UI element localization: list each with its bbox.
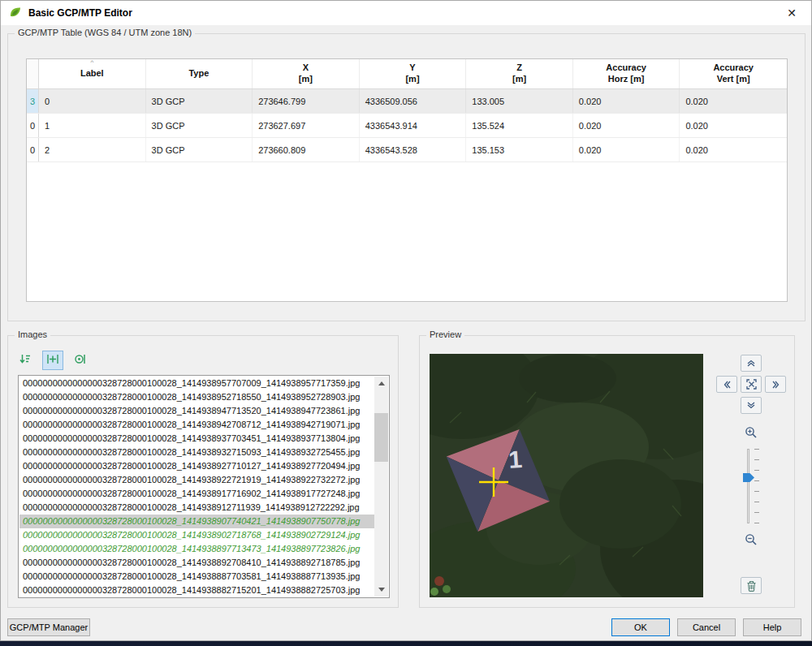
- image-list-scrollbar[interactable]: [374, 377, 388, 596]
- cell-y[interactable]: 4336543.914: [360, 114, 467, 137]
- camera-target-icon: [74, 353, 87, 368]
- delete-mark-button[interactable]: [741, 577, 762, 594]
- table-empty-area: [27, 162, 787, 301]
- image-list-item[interactable]: 0000000000000000328728000100028_14149389…: [19, 446, 374, 459]
- image-list[interactable]: 0000000000000000328728000100028_14149389…: [18, 375, 390, 598]
- image-list-item[interactable]: 0000000000000000328728000100028_14149389…: [19, 404, 374, 418]
- fit-view-button[interactable]: [741, 376, 762, 393]
- column-subtitle: [m]: [405, 74, 419, 85]
- zoom-in-icon[interactable]: [743, 424, 759, 441]
- cell-accuracy-vert[interactable]: 0.020: [680, 114, 787, 137]
- image-list-item[interactable]: 0000000000000000328728000100028_14149388…: [19, 556, 374, 570]
- pan-up-button[interactable]: [741, 355, 762, 372]
- column-title: Accuracy: [606, 62, 646, 74]
- sort-images-button[interactable]: [15, 351, 36, 370]
- chevron-right-icon: [772, 380, 780, 390]
- cell-x[interactable]: 273627.697: [253, 114, 360, 137]
- zoom-slider[interactable]: [740, 447, 762, 525]
- cell-accuracy-horz[interactable]: 0.020: [573, 138, 680, 162]
- column-title: Label: [80, 68, 104, 80]
- table-row[interactable]: 0 2 3D GCP 273660.809 4336543.528 135.15…: [27, 138, 787, 162]
- cell-x[interactable]: 273660.809: [253, 138, 360, 162]
- show-marked-images-button[interactable]: [42, 351, 63, 370]
- chevron-up-icon: [746, 360, 756, 367]
- scrollbar-track[interactable]: [374, 390, 388, 583]
- table-row[interactable]: 0 1 3D GCP 273627.697 4336543.914 135.52…: [27, 114, 787, 138]
- table-corner-cell: [27, 59, 39, 88]
- chevron-down-icon: [746, 402, 756, 409]
- scrollbar-thumb[interactable]: [374, 413, 388, 462]
- cell-accuracy-horz[interactable]: 0.020: [573, 89, 680, 113]
- cell-z[interactable]: 135.153: [466, 138, 573, 162]
- image-list-item[interactable]: 0000000000000000328728000100028_14149389…: [19, 528, 374, 542]
- scroll-down-button[interactable]: [374, 583, 388, 596]
- cell-accuracy-horz[interactable]: 0.020: [573, 114, 680, 137]
- triangle-down-icon: [378, 588, 385, 592]
- image-list-item[interactable]: 0000000000000000328728000100028_14149389…: [19, 473, 374, 487]
- image-list-item[interactable]: 0000000000000000328728000100028_14149389…: [19, 515, 374, 528]
- column-header-x[interactable]: X [m]: [253, 59, 360, 88]
- cell-x[interactable]: 273646.799: [253, 89, 360, 113]
- gcp-mtp-manager-button[interactable]: GCP/MTP Manager: [7, 618, 90, 636]
- cell-z[interactable]: 135.524: [466, 114, 573, 137]
- help-button[interactable]: Help: [743, 618, 801, 636]
- zoom-out-icon[interactable]: [743, 532, 759, 548]
- window-title: Basic GCP/MTP Editor: [28, 7, 132, 19]
- cell-type[interactable]: 3D GCP: [146, 114, 253, 137]
- gcp-table-group: GCP/MTP Table (WGS 84 / UTM zone 18N) ^ …: [7, 33, 806, 321]
- cell-accuracy-vert[interactable]: 0.020: [680, 138, 787, 162]
- titlebar[interactable]: Basic GCP/MTP Editor ✕: [1, 1, 811, 25]
- column-header-label[interactable]: ^ Label: [39, 59, 146, 88]
- cell-y[interactable]: 4336509.056: [360, 89, 467, 113]
- cell-label[interactable]: 0: [39, 89, 146, 113]
- column-header-type[interactable]: Type: [146, 59, 253, 88]
- image-list-item[interactable]: 0000000000000000328728000100028_14149388…: [19, 542, 374, 556]
- image-list-item[interactable]: 0000000000000000328728000100028_14149389…: [19, 377, 374, 390]
- expand-arrows-icon: [746, 379, 757, 390]
- image-list-item[interactable]: 0000000000000000328728000100028_14149389…: [19, 390, 374, 404]
- preview-group-title: Preview: [426, 329, 464, 339]
- column-header-z[interactable]: Z [m]: [466, 59, 573, 88]
- column-header-accuracy-horz[interactable]: Accuracy Horz [m]: [573, 59, 680, 88]
- pan-down-button[interactable]: [741, 397, 762, 414]
- close-button[interactable]: ✕: [780, 2, 803, 24]
- image-list-item[interactable]: 0000000000000000328728000100028_14149389…: [19, 459, 374, 473]
- pan-right-button[interactable]: [765, 376, 786, 393]
- images-group: Images: [7, 335, 399, 608]
- preview-image[interactable]: 1: [430, 354, 703, 597]
- close-icon: ✕: [787, 6, 797, 19]
- column-header-y[interactable]: Y [m]: [360, 59, 467, 88]
- image-list-items: 0000000000000000328728000100028_14149389…: [19, 377, 374, 597]
- row-header: 0: [27, 138, 39, 162]
- cell-type[interactable]: 3D GCP: [146, 138, 253, 162]
- ok-button[interactable]: OK: [611, 618, 670, 636]
- cell-accuracy-vert[interactable]: 0.020: [680, 89, 787, 113]
- pan-controls: [716, 354, 787, 415]
- cell-label[interactable]: 1: [39, 114, 146, 137]
- row-header: 3: [27, 89, 39, 113]
- column-subtitle: [m]: [299, 74, 313, 85]
- image-list-item[interactable]: 0000000000000000328728000100028_14149389…: [19, 487, 374, 501]
- image-list-item[interactable]: 0000000000000000328728000100028_14149389…: [19, 418, 374, 432]
- cell-type[interactable]: 3D GCP: [146, 89, 253, 113]
- preview-controls: [710, 354, 792, 597]
- column-title: Z: [516, 62, 522, 74]
- column-header-accuracy-vert[interactable]: Accuracy Vert [m]: [680, 59, 787, 88]
- image-list-item[interactable]: 0000000000000000328728000100028_14149389…: [19, 501, 374, 515]
- marker-number: 1: [508, 446, 523, 473]
- image-list-item[interactable]: 0000000000000000328728000100028_14149389…: [19, 432, 374, 446]
- zoom-slider-handle[interactable]: [743, 473, 754, 482]
- zoom-slider-track: [747, 449, 749, 523]
- cell-z[interactable]: 133.005: [466, 89, 573, 113]
- cell-y[interactable]: 4336543.528: [360, 138, 467, 162]
- show-gcp-position-button[interactable]: [70, 351, 91, 370]
- image-list-item[interactable]: 0000000000000000328728000100028_14149388…: [19, 584, 374, 597]
- app-icon: [9, 6, 22, 21]
- cancel-button[interactable]: Cancel: [677, 618, 736, 636]
- pan-left-button[interactable]: [716, 376, 737, 393]
- scroll-up-button[interactable]: [374, 377, 388, 390]
- trash-icon: [746, 580, 757, 592]
- table-row[interactable]: 3 0 3D GCP 273646.799 4336509.056 133.00…: [27, 89, 787, 114]
- cell-label[interactable]: 2: [39, 138, 146, 162]
- image-list-item[interactable]: 0000000000000000328728000100028_14149388…: [19, 570, 374, 584]
